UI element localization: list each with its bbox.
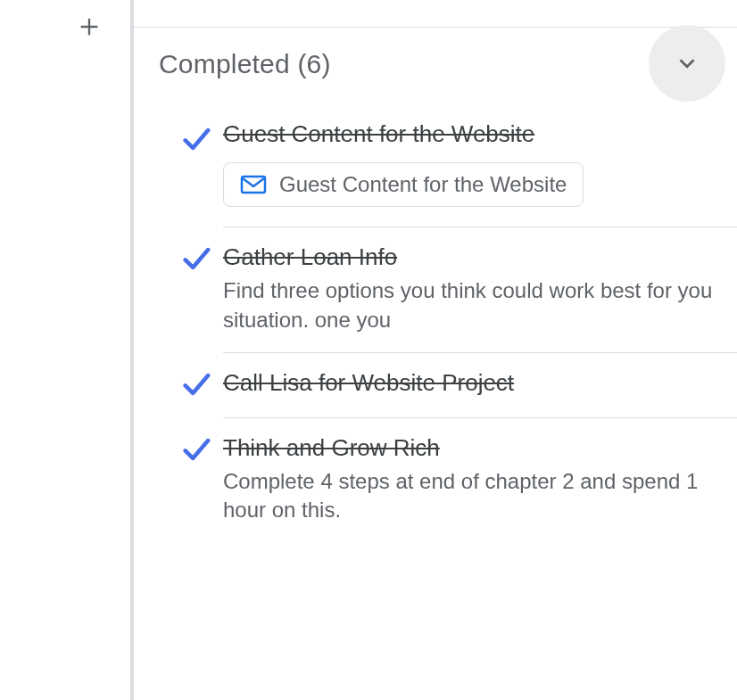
task-row[interactable]: Gather Loan Info Find three options you …: [134, 227, 737, 352]
task-title: Guest Content for the Website: [223, 119, 716, 150]
add-task-button[interactable]: [70, 7, 109, 46]
task-row[interactable]: Call Lisa for Website Project: [134, 353, 737, 417]
check-icon[interactable]: [180, 434, 211, 465]
plus-icon: [77, 14, 102, 39]
task-description: Complete 4 steps at end of chapter 2 and…: [223, 467, 716, 525]
collapse-button[interactable]: [649, 25, 725, 102]
left-rail: [0, 0, 134, 700]
check-icon[interactable]: [180, 124, 211, 154]
chevron-down-icon: [674, 50, 700, 77]
completed-section-header[interactable]: Completed (6): [134, 28, 737, 86]
task-title: Think and Grow Rich: [223, 432, 716, 464]
email-attachment[interactable]: Guest Content for the Website: [223, 162, 584, 207]
completed-task-list: Guest Content for the Website Guest Cont…: [134, 86, 737, 543]
main-panel: Completed (6) Guest Content for the Webs…: [134, 0, 737, 700]
check-icon[interactable]: [180, 369, 211, 399]
task-description: Find three options you think could work …: [223, 276, 716, 334]
attachment-label: Guest Content for the Website: [279, 172, 567, 197]
task-row[interactable]: Think and Grow Rich Complete 4 steps at …: [134, 418, 737, 543]
task-title: Gather Loan Info: [223, 242, 716, 273]
mail-icon: [240, 174, 267, 195]
check-icon[interactable]: [180, 243, 211, 274]
section-title: Completed (6): [159, 49, 331, 79]
task-title: Call Lisa for Website Project: [223, 367, 716, 399]
task-row[interactable]: Guest Content for the Website Guest Cont…: [134, 103, 737, 226]
